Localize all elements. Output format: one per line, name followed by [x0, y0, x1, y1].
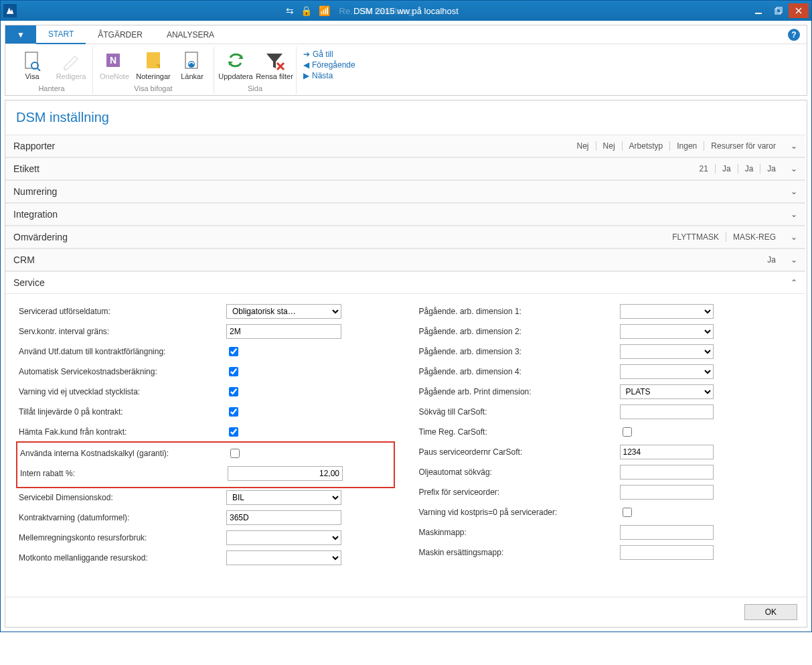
tillat-linjevarde-checkbox[interactable]	[229, 407, 238, 417]
paus-so-carsoft-label: Paus serviceordernr CarSoft:	[419, 447, 620, 457]
servkontr-interval-input[interactable]	[226, 324, 341, 339]
clear-filter-button[interactable]: Rensa filter	[256, 47, 293, 83]
servkontr-interval-label: Serv.kontr. interval gräns:	[19, 327, 226, 336]
lock-icon: 🔒	[301, 5, 312, 16]
timereg-carsoft-checkbox[interactable]	[623, 427, 632, 437]
show-button[interactable]: Visa	[13, 47, 51, 83]
prefix-so-label: Prefix för serviceorder:	[419, 488, 620, 497]
svg-line-7	[37, 68, 40, 71]
dim2-select[interactable]	[620, 324, 714, 339]
close-button[interactable]	[789, 3, 809, 18]
kontraktvarning-input[interactable]	[226, 510, 341, 525]
anvand-utfdatum-label: Använd Utf.datum till kontraktförlängnin…	[19, 347, 226, 356]
maskin-ers-label: Maskin ersättingsmapp:	[419, 548, 620, 557]
oljeautomat-label: Oljeautomat sökväg:	[419, 467, 620, 477]
servicebil-dimkod-label: Servicebil Dimensionskod:	[19, 493, 226, 502]
titlebar-quickaccess: ⇆ 🔒 📶	[286, 5, 330, 16]
anvand-utfdatum-checkbox[interactable]	[229, 347, 238, 356]
ok-button[interactable]: OK	[744, 604, 797, 620]
tab-analyze[interactable]: ANALYSERA	[155, 25, 226, 44]
dim2-label: Pågående. arb. dimension 2:	[419, 327, 620, 336]
servicebil-dimkod-select[interactable]: BIL	[226, 490, 341, 505]
chevron-down-icon: ⌄	[791, 141, 797, 151]
next-link[interactable]: ▶Nästa	[303, 71, 355, 80]
intern-kostkalkyl-checkbox[interactable]	[230, 449, 240, 458]
motkonto-label: Motkonto mellanliggande resurskod:	[19, 553, 226, 563]
varning-kostpris-checkbox[interactable]	[623, 508, 632, 517]
ribbon-tabs: ▼ START ÅTGÄRDER ANALYSERA ?	[5, 25, 807, 44]
oljeautomat-input[interactable]	[620, 465, 714, 479]
motkonto-select[interactable]	[226, 550, 341, 565]
paus-so-carsoft-input[interactable]	[620, 445, 714, 459]
chevron-down-icon: ⌄	[791, 210, 797, 219]
maskinmapp-label: Maskinmapp:	[419, 528, 620, 537]
ribbon-group-page: Sida	[248, 84, 262, 92]
refresh-button[interactable]: Uppdatera	[217, 47, 254, 83]
links-button[interactable]: Länkar	[173, 47, 211, 83]
section-numrering[interactable]: Numrering ⌄	[5, 180, 805, 203]
varning-stycklista-checkbox[interactable]	[229, 387, 238, 396]
sokvag-carsoft-label: Sökväg till CarSoft:	[419, 407, 620, 417]
page-title: DSM inställning	[5, 100, 807, 135]
goto-link[interactable]: ➔Gå till	[303, 50, 355, 59]
hamta-fakkund-checkbox[interactable]	[229, 427, 238, 437]
hamta-fakkund-label: Hämta Fak.kund från kontrakt:	[19, 427, 226, 437]
servicerad-utforseldatum-label: Servicerad utförseldatum:	[19, 307, 226, 316]
print-dim-select[interactable]: PLATS	[620, 384, 714, 399]
section-service[interactable]: Service ⌃	[5, 271, 805, 294]
varning-kostpris-label: Varning vid kostpris=0 på servicerader:	[419, 508, 620, 517]
dim3-select[interactable]	[620, 344, 714, 359]
section-crm[interactable]: CRM Ja ⌄	[5, 248, 805, 271]
highlighted-region: Använda interna Kostnadskalkyl (garanti)…	[16, 441, 395, 488]
maskinmapp-input[interactable]	[620, 525, 714, 540]
svg-rect-2	[775, 9, 781, 14]
chevron-down-icon: ⌄	[791, 232, 797, 242]
edit-button[interactable]: Redigera	[52, 47, 90, 83]
print-dim-label: Pågående arb. Print dimension:	[419, 387, 620, 396]
prefix-so-input[interactable]	[620, 485, 714, 500]
dim1-select[interactable]	[620, 304, 714, 319]
svg-text:N: N	[110, 55, 116, 66]
ribbon-group-attached: Visa bifogat	[134, 84, 172, 92]
minimize-button[interactable]	[748, 3, 768, 18]
dim3-label: Pågående. arb. dimension 3:	[419, 347, 620, 356]
varning-stycklista-label: Varning vid ej utvecklad stycklista:	[19, 387, 226, 396]
dim1-label: Pågående. arb. dimension 1:	[419, 307, 620, 316]
section-integration[interactable]: Integration ⌄	[5, 203, 805, 226]
timereg-carsoft-label: Time Reg. CarSoft:	[419, 427, 620, 437]
section-etikett[interactable]: Etikett 21 Ja Ja Ja ⌄	[5, 157, 805, 180]
section-omvardering[interactable]: Omvärdering FLYTTMASK MASK-REG ⌄	[5, 226, 805, 248]
autoservicekost-label: Automatisk Servicekostnadsberäkning:	[19, 367, 226, 376]
dim4-label: Pågående. arb. dimension 4:	[419, 367, 620, 376]
onenote-button[interactable]: N OneNote	[96, 47, 133, 83]
arrow-left-icon: ◀	[303, 60, 309, 70]
titlebar: ⇆ 🔒 📶 Re…SM inställning DSM 2015 ww på l…	[1, 1, 811, 21]
tab-actions[interactable]: ÅTGÄRDER	[86, 25, 155, 44]
dim4-select[interactable]	[620, 364, 714, 379]
app-menu-button[interactable]: ▼	[5, 25, 36, 44]
help-button[interactable]: ?	[788, 29, 800, 41]
pin-icon: ⇆	[286, 5, 294, 16]
chevron-up-icon: ⌃	[791, 278, 797, 287]
servicerad-utforseldatum-select[interactable]: Obligatorisk sta…	[226, 304, 341, 319]
window-title: DSM 2015 ww på localhost	[353, 6, 459, 16]
svg-rect-0	[755, 13, 762, 14]
restore-button[interactable]	[768, 3, 789, 18]
ribbon: Visa Redigera Hantera N OneNote	[5, 44, 807, 95]
mellemregning-label: Mellemregningskonto resursforbruk:	[19, 533, 226, 542]
sokvag-carsoft-input[interactable]	[620, 404, 714, 419]
previous-link[interactable]: ◀Föregående	[303, 60, 355, 70]
app-logo-icon	[3, 4, 17, 17]
maskin-ers-input[interactable]	[620, 545, 714, 560]
arrow-right-icon: ➔	[303, 50, 310, 59]
chevron-down-icon: ⌄	[791, 187, 797, 196]
mellemregning-select[interactable]	[226, 530, 341, 545]
tab-start[interactable]: START	[36, 26, 86, 44]
notes-button[interactable]: Noteringar	[135, 47, 172, 83]
kontraktvarning-label: Kontraktvarning (datumformel):	[19, 513, 226, 522]
ribbon-group-manage: Hantera	[38, 84, 64, 92]
autoservicekost-checkbox[interactable]	[229, 367, 238, 376]
signal-icon: 📶	[319, 5, 330, 16]
intern-rabatt-input[interactable]	[228, 466, 343, 481]
section-rapporter[interactable]: Rapporter Nej Nej Arbetstyp Ingen Resurs…	[5, 135, 805, 157]
